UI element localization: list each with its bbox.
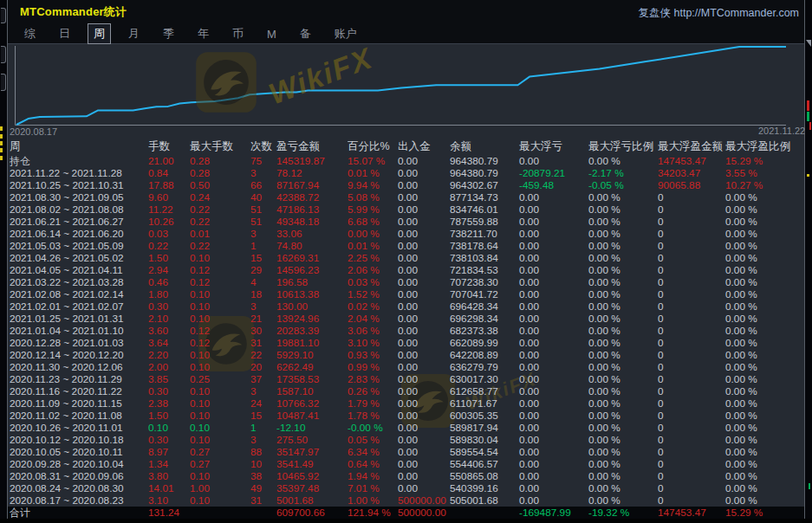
cell-count: 66 <box>250 179 276 191</box>
cell-max_float_loss_pct: 0.00 % <box>588 300 658 313</box>
title-bar: MTCommander统计 复盘侠 http://MTCommander.com… <box>8 0 804 44</box>
table-row[interactable]: 2020.12.14 ~ 2020.12.202.200.10225929.10… <box>8 349 804 361</box>
tab-quarter[interactable]: 季 <box>157 23 180 44</box>
cell-max_float_loss: 0.00 <box>519 203 588 216</box>
table-row[interactable]: 2021.10.25 ~ 2021.10.3117.880.506687167.… <box>8 179 804 191</box>
cell-count: 38 <box>250 470 276 482</box>
tab-year[interactable]: 年 <box>192 23 215 44</box>
cell-period: 合计 <box>10 507 148 519</box>
tab-m[interactable]: M <box>261 25 283 43</box>
table-row[interactable]: 2020.10.12 ~ 2020.10.180.300.103275.500.… <box>8 434 804 446</box>
cell-max_lots: 0.27 <box>190 446 250 458</box>
table-row[interactable]: 2020.08.17 ~ 2020.08.233.100.10315001.68… <box>8 494 804 507</box>
cell-max_float_profit_pct: 0.00 % <box>725 216 804 228</box>
cell-max_float_loss: 0.00 <box>519 155 588 167</box>
cell-count: 40 <box>250 191 276 203</box>
cell-pct: 0.93 % <box>348 349 398 361</box>
table-row[interactable]: 2020.08.31 ~ 2020.09.063.800.103810465.9… <box>8 470 804 482</box>
table-row[interactable]: 2021.04.05 ~ 2021.04.112.940.122914596.2… <box>8 264 804 276</box>
cell-max_float_profit: 0 <box>658 349 725 361</box>
cell-max_float_loss_pct: 0.00 % <box>588 191 658 203</box>
cell-max_float_profit_pct: 0.00 % <box>725 446 804 458</box>
cell-max_float_loss: 0.00 <box>519 361 588 373</box>
table-row[interactable]: 2020.10.05 ~ 2020.10.118.970.278835147.9… <box>8 446 804 458</box>
table-row[interactable]: 持仓21.000.2875145319.8715.07 %0.00964380.… <box>8 155 804 167</box>
cell-max_float_profit_pct: 0.00 % <box>725 397 804 410</box>
cell-max_float_profit: 0 <box>658 191 725 203</box>
cell-max_float_profit_pct: 0.00 % <box>725 325 804 337</box>
cell-period: 2020.08.31 ~ 2020.09.06 <box>10 470 148 482</box>
cell-max_lots: 0.22 <box>190 216 250 228</box>
cell-max_lots: 0.22 <box>190 240 250 252</box>
table-row[interactable]: 2021.08.30 ~ 2021.09.059.600.244042388.7… <box>8 191 804 203</box>
table-row[interactable]: 2021.02.08 ~ 2021.02.141.800.101810613.3… <box>8 288 804 300</box>
cell-count: 30 <box>250 325 276 337</box>
tab-week[interactable]: 周 <box>88 23 111 44</box>
cell-count <box>250 507 276 519</box>
table-row[interactable]: 2020.12.28 ~ 2021.01.033.640.123119881.1… <box>8 337 804 349</box>
table-row[interactable]: 2021.06.21 ~ 2021.06.2710.260.225149348.… <box>8 216 804 228</box>
cell-lots: 0.10 <box>148 422 190 434</box>
tab-memo[interactable]: 备 <box>294 23 317 44</box>
cell-cash_flow: 0.00 <box>398 228 450 240</box>
cell-pnl: 13924.96 <box>276 313 348 325</box>
cell-max_lots: 0.28 <box>190 167 250 179</box>
cell-max_float_profit: 0 <box>658 446 725 458</box>
table-row[interactable]: 2020.11.23 ~ 2020.11.293.850.253717358.5… <box>8 373 804 385</box>
col-header-max_float_loss: 最大浮亏 <box>519 139 588 154</box>
table-row[interactable]: 2020.11.09 ~ 2020.11.152.380.102410766.3… <box>8 397 804 410</box>
cell-lots: 8.97 <box>148 446 190 458</box>
scroll-arrow-fragment <box>806 40 811 47</box>
table-row[interactable]: 2020.09.28 ~ 2020.10.041.340.27103541.49… <box>8 458 804 470</box>
table-row[interactable]: 2020.11.30 ~ 2020.12.062.000.10206262.49… <box>8 361 804 373</box>
cell-period: 2020.10.26 ~ 2020.11.01 <box>10 422 148 434</box>
cell-max_float_profit_pct: 0.00 % <box>725 410 804 422</box>
cell-period: 2020.11.23 ~ 2020.11.29 <box>10 373 148 385</box>
tab-day[interactable]: 日 <box>53 23 76 44</box>
cell-max_float_loss_pct: 0.00 % <box>588 494 658 507</box>
table-row[interactable]: 2021.04.26 ~ 2021.05.021.500.101516269.3… <box>8 252 804 264</box>
table-row[interactable]: 2020.10.26 ~ 2020.11.010.100.101-12.10-0… <box>8 422 804 434</box>
total-row[interactable]: 合计131.24609700.66121.94 %500000.00-16948… <box>8 507 804 519</box>
cell-cash_flow: 0.00 <box>398 385 450 397</box>
cell-cash_flow: 0.00 <box>398 434 450 446</box>
table-row[interactable]: 2021.11.22 ~ 2021.11.280.840.28378.120.0… <box>8 167 804 179</box>
cell-max_lots: 0.28 <box>190 155 250 167</box>
table-row[interactable]: 2021.01.04 ~ 2021.01.103.600.123020283.3… <box>8 325 804 337</box>
table-row[interactable]: 2021.02.01 ~ 2021.02.070.300.103130.000.… <box>8 300 804 313</box>
tab-account[interactable]: 账户 <box>328 23 363 44</box>
tab-composite[interactable]: 综 <box>18 23 42 44</box>
table-row[interactable]: 2021.06.14 ~ 2021.06.200.030.01333.060.0… <box>8 228 804 240</box>
cell-max_lots: 0.10 <box>190 410 250 422</box>
cell-lots: 3.80 <box>148 470 190 482</box>
brand-link[interactable]: 复盘侠 http://MTCommander.com <box>639 6 799 21</box>
tab-currency[interactable]: 币 <box>226 23 250 44</box>
cell-balance: 787559.88 <box>450 216 519 228</box>
cell-pct: 1.52 % <box>348 288 398 300</box>
cell-max_float_profit: 0 <box>658 397 725 410</box>
cell-max_lots: 0.27 <box>190 458 250 470</box>
tab-month[interactable]: 月 <box>122 23 146 44</box>
table-row[interactable]: 2021.08.02 ~ 2021.08.0811.220.225147186.… <box>8 203 804 216</box>
table-row[interactable]: 2021.03.22 ~ 2021.03.280.460.124196.580.… <box>8 276 804 288</box>
cell-count: 3 <box>250 385 276 397</box>
cell-pct: 0.03 % <box>348 276 398 288</box>
app-title: MTCommander统计 <box>20 4 127 20</box>
cell-pct: 2.83 % <box>348 373 398 385</box>
cell-max_lots <box>190 507 250 519</box>
table-row[interactable]: 2021.05.03 ~ 2021.05.090.220.22174.800.0… <box>8 240 804 252</box>
cell-max_float_loss: 0.00 <box>519 288 588 300</box>
cell-max_float_profit_pct: 0.00 % <box>725 252 804 264</box>
table-row[interactable]: 2020.11.02 ~ 2020.11.081.500.101510487.4… <box>8 410 804 422</box>
col-header-lots: 手数 <box>148 139 190 154</box>
table-row[interactable]: 2020.08.24 ~ 2020.08.3014.011.004935397.… <box>8 482 804 494</box>
cell-pct: 0.02 % <box>348 300 398 313</box>
cell-max_float_profit_pct: 0.00 % <box>725 482 804 494</box>
cell-cash_flow: 500000.00 <box>398 507 450 519</box>
cell-pct: 6.34 % <box>348 446 398 458</box>
table-row[interactable]: 2020.11.16 ~ 2020.11.220.300.1031587.100… <box>8 385 804 397</box>
cell-pct: 2.06 % <box>348 264 398 276</box>
cell-count: 37 <box>250 373 276 385</box>
table-row[interactable]: 2021.01.25 ~ 2021.01.312.100.102113924.9… <box>8 313 804 325</box>
cell-max_float_loss_pct: 0.00 % <box>588 385 658 397</box>
